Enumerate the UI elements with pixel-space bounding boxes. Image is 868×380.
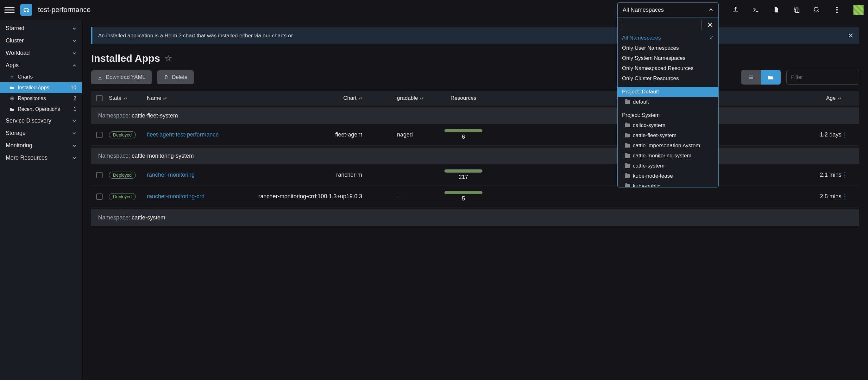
folder-icon	[625, 123, 630, 127]
table-header: State ▴▾ Name ▴▾ Chart ▴▾ gradable ▴▾	[91, 91, 859, 106]
folder-icon	[625, 184, 630, 187]
download-icon	[97, 75, 102, 80]
filter-input[interactable]	[786, 70, 859, 85]
menu-toggle-icon[interactable]	[4, 7, 14, 13]
chevron-up-icon	[709, 8, 713, 12]
namespace-dropdown-trigger[interactable]: All Namespaces	[617, 2, 719, 18]
row-checkbox[interactable]	[96, 132, 102, 138]
row-actions-icon[interactable]: ⋮	[841, 131, 848, 139]
app-name-link[interactable]: fleet-agent-test-performance	[147, 131, 219, 138]
apps-table: State ▴▾ Name ▴▾ Chart ▴▾ gradable ▴▾	[91, 91, 859, 226]
rancher-logo-icon[interactable]	[20, 4, 32, 16]
namespace-option[interactable]: All Namespaces✓	[618, 33, 718, 43]
namespace-project-header[interactable]: Project: Default	[618, 87, 718, 97]
app-name-link[interactable]: rancher-monitoring	[147, 172, 195, 178]
main-content: An installed application is a Helm 3 cha…	[82, 20, 868, 380]
row-checkbox[interactable]	[96, 194, 102, 200]
kubectl-shell-icon[interactable]	[752, 6, 760, 13]
sidebar-group-storage[interactable]: Storage	[0, 127, 82, 139]
sidebar-group-starred[interactable]: Starred	[0, 22, 82, 34]
banner-text: An installed application is a Helm 3 cha…	[98, 33, 293, 39]
sidebar-group-workload[interactable]: Workload	[0, 47, 82, 59]
sort-icon: ▴▾	[420, 97, 424, 99]
sidebar-item-installed-apps[interactable]: Installed Apps10	[0, 82, 82, 93]
namespace-item[interactable]: cattle-fleet-system	[618, 130, 718, 141]
namespace-group-header: Namespace: cattle-system	[91, 209, 859, 226]
view-switcher	[741, 70, 781, 85]
namespace-option[interactable]: Only User Namespaces	[618, 43, 718, 53]
namespace-item[interactable]: kube-public	[618, 181, 718, 187]
download-yaml-label: Download YAML	[106, 74, 145, 81]
row-actions-icon[interactable]: ⋮	[841, 193, 848, 200]
folder-icon	[9, 107, 14, 112]
search-icon[interactable]	[813, 6, 820, 13]
namespace-item[interactable]: cattle-monitoring-system	[618, 151, 718, 161]
sort-icon: ▴▾	[123, 97, 127, 99]
select-all-checkbox[interactable]	[96, 95, 102, 101]
delete-button[interactable]: Delete	[157, 70, 194, 84]
sort-icon: ▴▾	[358, 97, 362, 99]
state-badge: Deployed	[109, 131, 136, 138]
namespace-item[interactable]: cattle-system	[618, 161, 718, 171]
table-row: Deployedfleet-agent-test-performanceflee…	[91, 124, 859, 146]
svg-point-5	[836, 7, 838, 8]
namespace-group-header: Namespace: cattle-monitoring-system	[91, 148, 859, 164]
folder-icon	[625, 164, 630, 168]
sidebar-item-repositories[interactable]: Repositories2	[0, 93, 82, 104]
svg-point-0	[24, 10, 26, 12]
namespace-search-input[interactable]	[621, 20, 702, 30]
namespace-item[interactable]: default	[618, 97, 718, 107]
gear-icon	[9, 75, 14, 80]
state-badge: Deployed	[109, 193, 136, 200]
resources-cell: 5	[441, 191, 486, 202]
sort-icon: ▴▾	[163, 97, 167, 99]
banner-close-icon[interactable]: ✕	[848, 32, 854, 40]
col-resources[interactable]: Resources	[441, 95, 486, 101]
chevron-down-icon	[72, 119, 76, 123]
namespace-option[interactable]: Only Cluster Resources	[618, 74, 718, 84]
app-name-link[interactable]: rancher-monitoring-crd	[147, 193, 205, 200]
chart-cell: fleet-agent	[258, 131, 362, 138]
row-checkbox[interactable]	[96, 172, 102, 178]
col-state[interactable]: State ▴▾	[109, 95, 147, 101]
col-name[interactable]: Name ▴▾	[147, 95, 258, 101]
user-avatar[interactable]	[854, 5, 864, 15]
sidebar-group-apps[interactable]: Apps	[0, 59, 82, 71]
namespace-item[interactable]: kube-node-lease	[618, 171, 718, 181]
copy-icon[interactable]	[793, 6, 800, 13]
trash-icon	[164, 75, 169, 80]
namespace-option[interactable]: Only System Namespaces	[618, 53, 718, 63]
view-list-button[interactable]	[741, 70, 761, 85]
col-age[interactable]: Age ▴▾	[803, 95, 841, 101]
sidebar-group-more-resources[interactable]: More Resources	[0, 152, 82, 164]
sidebar-group-service-discovery[interactable]: Service Discovery	[0, 115, 82, 127]
namespace-group-header: Namespace: cattle-fleet-system	[91, 107, 859, 124]
chevron-down-icon	[72, 39, 76, 43]
favorite-star-icon[interactable]: ☆	[165, 54, 172, 63]
folder-icon	[625, 100, 630, 104]
namespace-item[interactable]: calico-system	[618, 120, 718, 130]
namespace-dropdown-panel: ✕ All Namespaces✓Only User NamespacesOnl…	[617, 18, 719, 187]
delete-label: Delete	[172, 74, 187, 81]
col-upgradable[interactable]: gradable ▴▾	[397, 95, 441, 101]
cluster-name[interactable]: test-performance	[38, 6, 91, 14]
folder-icon	[625, 144, 630, 148]
sidebar-group-cluster[interactable]: Cluster	[0, 34, 82, 47]
namespace-project-header[interactable]: Project: System	[618, 110, 718, 120]
chart-cell: rancher-m	[258, 172, 362, 178]
row-actions-icon[interactable]: ⋮	[841, 171, 848, 179]
download-yaml-button[interactable]: Download YAML	[91, 70, 152, 84]
download-kubeconfig-icon[interactable]	[772, 6, 780, 13]
svg-point-8	[11, 76, 13, 78]
namespace-option[interactable]: Only Namespaced Resources	[618, 63, 718, 74]
namespace-item[interactable]: cattle-impersonation-system	[618, 141, 718, 151]
kebab-menu-icon[interactable]	[833, 6, 841, 13]
sidebar-item-charts[interactable]: Charts	[0, 71, 82, 82]
namespace-search-clear-icon[interactable]: ✕	[705, 21, 715, 29]
view-grouped-button[interactable]	[761, 70, 781, 85]
sidebar-item-recent-operations[interactable]: Recent Operations1	[0, 104, 82, 115]
import-yaml-icon[interactable]	[732, 6, 740, 13]
resources-cell: 6	[441, 129, 486, 140]
col-chart[interactable]: Chart ▴▾	[258, 95, 362, 101]
sidebar-group-monitoring[interactable]: Monitoring	[0, 139, 82, 152]
